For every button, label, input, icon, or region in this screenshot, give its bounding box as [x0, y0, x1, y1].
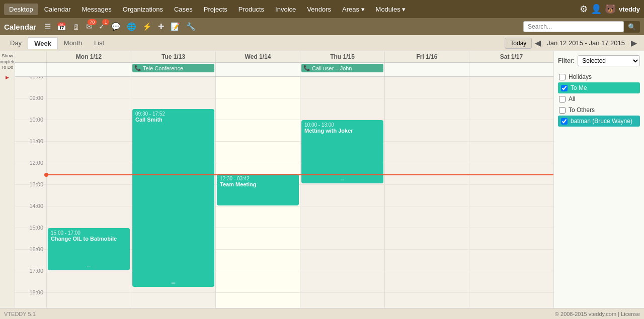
- cell-wed-17[interactable]: [215, 271, 300, 292]
- cell-mon-12[interactable]: [46, 163, 131, 184]
- cell-sat-08[interactable]: [469, 77, 553, 98]
- nav-calendar[interactable]: Calendar: [39, 4, 76, 15]
- nav-areas[interactable]: Areas ▾: [337, 4, 370, 15]
- filter-batman-checkbox[interactable]: [561, 118, 568, 125]
- nav-invoice[interactable]: Invoice: [270, 4, 301, 15]
- cell-mon-08[interactable]: [46, 77, 131, 98]
- cell-sat-11[interactable]: [469, 142, 553, 163]
- next-week-arrow[interactable]: ▶: [628, 38, 640, 48]
- allday-event-call-user[interactable]: 📞 Call user – John: [301, 64, 383, 72]
- filter-holidays-checkbox[interactable]: [559, 74, 566, 80]
- cell-mon-18[interactable]: [46, 293, 131, 308]
- cell-thu-09[interactable]: [300, 98, 384, 120]
- check-icon[interactable]: ✓ 1: [97, 21, 107, 32]
- filter-select[interactable]: Selected All: [578, 55, 640, 66]
- tab-list[interactable]: List: [88, 37, 110, 49]
- cell-mon-15[interactable]: 15:00 - 17:00 Change OIL to Batmobile ═: [46, 228, 131, 249]
- cell-wed-11[interactable]: [215, 142, 300, 163]
- cell-sat-15[interactable]: [469, 228, 553, 249]
- cell-thu-13[interactable]: [300, 185, 384, 206]
- tab-month[interactable]: Month: [58, 37, 88, 49]
- filter-batman[interactable]: batman (Bruce Wayne): [558, 116, 640, 127]
- cell-wed-08[interactable]: [215, 77, 300, 98]
- nav-desktop[interactable]: Desktop: [4, 4, 38, 15]
- cell-sat-10[interactable]: [469, 120, 553, 141]
- chat-icon[interactable]: 💬: [109, 21, 123, 32]
- lightning-icon[interactable]: ⚡: [140, 21, 154, 32]
- event-oil-resize[interactable]: ═: [48, 264, 130, 269]
- filter-all-checkbox[interactable]: [559, 96, 566, 102]
- cell-sat-13[interactable]: [469, 185, 553, 206]
- cell-sat-17[interactable]: [469, 271, 553, 292]
- cell-mon-17[interactable]: [46, 271, 131, 292]
- tab-day[interactable]: Day: [4, 37, 28, 49]
- filter-to-others[interactable]: To Others: [558, 104, 640, 116]
- event-change-oil[interactable]: 15:00 - 17:00 Change OIL to Batmobile ═: [48, 228, 130, 270]
- nav-projects[interactable]: Projects: [199, 4, 232, 15]
- cell-tue-18[interactable]: [131, 293, 215, 308]
- cell-fri-17[interactable]: [384, 271, 469, 292]
- today-button[interactable]: Today: [505, 38, 532, 49]
- cell-thu-10[interactable]: 10:00 - 13:00 Metting with Joker ═: [300, 120, 384, 141]
- cell-thu-08[interactable]: [300, 77, 384, 98]
- cell-fri-12[interactable]: [384, 163, 469, 184]
- user-icon[interactable]: 👤: [591, 4, 602, 15]
- filter-holidays[interactable]: Holidays: [558, 71, 640, 82]
- cell-wed-18[interactable]: [215, 293, 300, 308]
- nav-messages[interactable]: Messages: [76, 4, 116, 15]
- search-input[interactable]: [523, 21, 624, 32]
- cell-fri-13[interactable]: [384, 185, 469, 206]
- cell-mon-14[interactable]: [46, 206, 131, 228]
- nav-products[interactable]: Products: [233, 4, 269, 15]
- cell-fri-10[interactable]: [384, 120, 469, 141]
- cell-sat-12[interactable]: [469, 163, 553, 184]
- list-view-icon[interactable]: ☰: [42, 21, 53, 32]
- mail-icon[interactable]: ✉ 70: [84, 21, 95, 32]
- cell-mon-10[interactable]: [46, 120, 131, 141]
- cell-thu-17[interactable]: [300, 271, 384, 292]
- tab-week[interactable]: Week: [28, 37, 58, 49]
- indicator-dot[interactable]: ▶: [6, 75, 9, 80]
- cell-mon-09[interactable]: [46, 98, 131, 120]
- event-call-smith-resize[interactable]: ═: [132, 280, 214, 286]
- cell-mon-11[interactable]: [46, 142, 131, 163]
- cell-wed-10[interactable]: [215, 120, 300, 141]
- filter-to-me[interactable]: To Me: [558, 82, 640, 93]
- cell-wed-14[interactable]: [215, 206, 300, 228]
- cell-wed-09[interactable]: [215, 98, 300, 120]
- cell-tue-09[interactable]: 09:30 - 17:52 Call Smith ═: [131, 98, 215, 120]
- allday-event-tele-conference[interactable]: 📞 Tele Conference: [132, 64, 214, 72]
- cell-wed-16[interactable]: [215, 250, 300, 271]
- cell-sat-18[interactable]: [469, 293, 553, 308]
- cell-wed-15[interactable]: [215, 228, 300, 249]
- cell-fri-15[interactable]: [384, 228, 469, 249]
- add-event-icon[interactable]: 📝: [169, 21, 182, 32]
- cell-mon-13[interactable]: [46, 185, 131, 206]
- cell-sat-16[interactable]: [469, 250, 553, 271]
- cell-thu-16[interactable]: [300, 250, 384, 271]
- calendar-mini-icon[interactable]: 📅: [55, 21, 68, 32]
- cell-tue-08[interactable]: [131, 77, 215, 98]
- calendar-grid-icon[interactable]: 🗓: [70, 22, 82, 32]
- filter-to-me-checkbox[interactable]: [561, 85, 568, 91]
- cell-fri-11[interactable]: [384, 142, 469, 163]
- cell-sat-09[interactable]: [469, 98, 553, 120]
- event-call-smith[interactable]: 09:30 - 17:52 Call Smith ═: [132, 109, 214, 287]
- cell-fri-18[interactable]: [384, 293, 469, 308]
- nav-modules[interactable]: Modules ▾: [371, 4, 411, 15]
- event-team-meeting[interactable]: 12:30 - 03:42 Team Meeting: [217, 174, 299, 205]
- add-icon[interactable]: ✚: [156, 21, 167, 32]
- cell-thu-18[interactable]: [300, 293, 384, 308]
- nav-organizations[interactable]: Organizations: [118, 4, 168, 15]
- filter-all[interactable]: All: [558, 93, 640, 104]
- event-joker-resize[interactable]: ═: [301, 177, 383, 182]
- cell-fri-08[interactable]: [384, 77, 469, 98]
- nav-cases[interactable]: Cases: [169, 4, 198, 15]
- wrench-icon[interactable]: 🔧: [184, 21, 198, 32]
- globe-icon[interactable]: 🌐: [125, 21, 138, 32]
- cell-fri-14[interactable]: [384, 206, 469, 228]
- settings-icon[interactable]: ⚙: [580, 4, 588, 15]
- cell-thu-15[interactable]: [300, 228, 384, 249]
- search-button[interactable]: 🔍: [624, 21, 640, 33]
- filter-to-others-checkbox[interactable]: [559, 107, 566, 114]
